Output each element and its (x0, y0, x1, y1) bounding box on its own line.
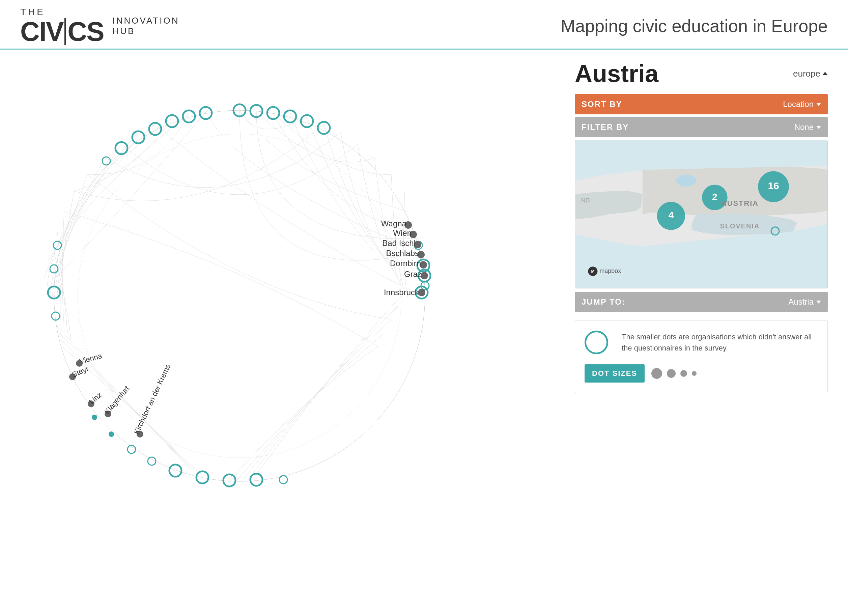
svg-point-34 (169, 465, 181, 476)
page-title: Mapping civic education in Europe (560, 16, 828, 36)
svg-point-7 (318, 122, 330, 134)
dot-size-circles (651, 368, 697, 379)
sort-by-label: SORT BY (581, 99, 622, 109)
logo-the: THE (20, 7, 104, 18)
jump-to-bar[interactable]: JUMP TO: Austria (575, 292, 828, 312)
svg-point-9 (183, 110, 195, 122)
sort-dropdown-arrow-icon (816, 103, 821, 106)
svg-point-1 (77, 134, 402, 458)
svg-text:Bschlabs: Bschlabs (386, 249, 419, 258)
country-header: Austria europe (575, 60, 828, 88)
filter-by-label: FILTER BY (581, 122, 629, 132)
svg-text:Wien: Wien (393, 229, 412, 237)
filter-dropdown-arrow-icon (816, 126, 821, 129)
svg-point-14 (102, 157, 110, 165)
svg-text:M: M (591, 269, 594, 274)
svg-point-26 (420, 261, 427, 268)
size-dot-2 (667, 369, 676, 378)
svg-text:mapbox: mapbox (599, 267, 621, 274)
svg-point-0 (54, 110, 425, 481)
svg-text:Innsbruck: Innsbruck (384, 288, 419, 297)
filter-bar[interactable]: FILTER BY None (575, 117, 828, 137)
circular-graph: Wagna Wien Bad Ischl Bschlabs Dornbirn G… (20, 77, 459, 515)
svg-point-27 (421, 272, 428, 279)
dot-sizes-label-bg: DOT SIZES (584, 364, 645, 383)
logo-divider (64, 18, 66, 45)
country-name: Austria (575, 60, 658, 88)
svg-point-10 (166, 115, 178, 127)
legend-dot-demo (584, 331, 608, 354)
logo-innovation: INNOVATIONHUB (113, 15, 179, 36)
svg-point-31 (250, 474, 262, 486)
svg-point-19 (50, 265, 58, 273)
svg-point-36 (127, 445, 136, 453)
svg-text:Dornbirn: Dornbirn (390, 259, 421, 268)
sort-by-value[interactable]: Location (783, 99, 821, 109)
svg-point-6 (301, 115, 313, 127)
svg-point-29 (418, 289, 425, 296)
svg-point-38 (92, 415, 97, 420)
logo: THE CIV CS INNOVATIONHUB (20, 7, 179, 45)
svg-text:16: 16 (768, 180, 779, 191)
dot-sizes-label: DOT SIZES (592, 369, 637, 377)
size-dot-4 (692, 371, 697, 376)
jump-to-value[interactable]: Austria (788, 297, 821, 307)
svg-point-35 (148, 457, 156, 465)
legend-text: The smaller dots are organisations which… (622, 331, 818, 353)
svg-point-21 (52, 312, 60, 320)
svg-text:Graz: Graz (404, 270, 422, 279)
svg-text:AUSTRIA: AUSTRIA (721, 199, 759, 208)
svg-point-58 (676, 175, 696, 187)
europe-link[interactable]: europe (793, 68, 828, 79)
legend-box: The smaller dots are organisations which… (575, 320, 828, 393)
svg-point-44 (279, 476, 288, 484)
svg-text:Bad Ischl: Bad Ischl (382, 239, 415, 248)
legend-content: The smaller dots are organisations which… (584, 331, 818, 354)
left-panel: Wagna Wien Bad Ischl Bschlabs Dornbirn G… (20, 60, 554, 566)
svg-text:Wagna: Wagna (381, 219, 407, 228)
svg-text:2: 2 (712, 191, 718, 202)
svg-point-5 (284, 110, 296, 122)
svg-point-37 (108, 432, 114, 437)
dot-sizes-bar: DOT SIZES (584, 364, 818, 383)
svg-point-32 (223, 474, 236, 487)
logo-civ: CIV (20, 18, 63, 45)
map-svg: 4 2 16 AUSTRIA SLOVENIA ND M mapbox (575, 140, 827, 288)
svg-point-11 (149, 123, 161, 135)
europe-arrow-icon (822, 72, 828, 75)
size-dot-3 (680, 370, 687, 377)
jump-to-label: JUMP TO: (581, 297, 626, 307)
svg-point-33 (196, 471, 209, 484)
svg-text:ND: ND (581, 197, 590, 204)
logo-right: INNOVATIONHUB (108, 15, 179, 36)
map-container[interactable]: 4 2 16 AUSTRIA SLOVENIA ND M mapbox (575, 140, 828, 288)
main-content: Wagna Wien Bad Ischl Bschlabs Dornbirn G… (0, 50, 848, 576)
svg-text:4: 4 (669, 210, 674, 220)
header: THE CIV CS INNOVATIONHUB Mapping civic e… (0, 0, 848, 50)
svg-text:SLOVENIA: SLOVENIA (720, 222, 760, 230)
jump-to-dropdown-arrow-icon (816, 301, 821, 304)
size-dot-1 (651, 368, 662, 379)
logo-cs: CS (67, 16, 104, 46)
svg-text:Kirchdorf an der Krems: Kirchdorf an der Krems (132, 363, 172, 436)
sort-bar[interactable]: SORT BY Location (575, 94, 828, 114)
svg-point-8 (200, 107, 212, 119)
filter-by-value[interactable]: None (795, 122, 821, 132)
right-panel: Austria europe SORT BY Location FILTER B… (575, 60, 828, 566)
